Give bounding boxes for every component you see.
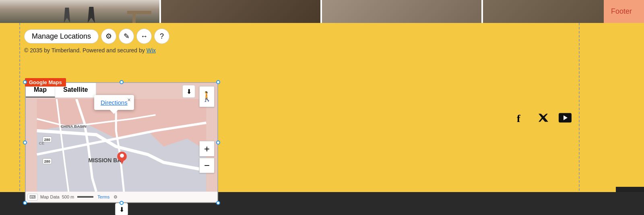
- gear-icon: ⚙: [105, 32, 112, 41]
- handle-tr[interactable]: [216, 80, 220, 84]
- download-icon: ⬇: [186, 88, 192, 95]
- dashed-border-right: [579, 23, 580, 215]
- manage-locations-button[interactable]: Manage Locations: [24, 29, 99, 43]
- svg-text:280: 280: [44, 138, 50, 142]
- map-scale-label: 500 m: [62, 194, 74, 199]
- help-icon: ?: [160, 32, 164, 41]
- image-cell-2: [161, 0, 322, 23]
- facebook-icon[interactable]: f: [517, 112, 528, 126]
- editor-area: Manage Locations ⚙ ✎ ↔ ? © 2035 by Timbe…: [0, 23, 644, 215]
- download-bottom-icon: ⬇: [119, 206, 124, 213]
- footer-tab[interactable]: Footer: [604, 0, 644, 23]
- google-maps-label: Google Maps: [25, 78, 66, 87]
- help-button[interactable]: ?: [154, 29, 169, 44]
- handle-tl[interactable]: [23, 80, 27, 84]
- keyboard-shortcut-button[interactable]: ⌨: [27, 194, 38, 201]
- map-data-label: Map Data: [40, 194, 60, 199]
- resize-icon: ↔: [140, 32, 148, 41]
- svg-text:f: f: [517, 112, 520, 123]
- map-controls: 🚶 + −: [196, 83, 217, 202]
- handle-br[interactable]: [216, 201, 220, 205]
- terms-link[interactable]: Terms: [97, 194, 109, 199]
- zoom-out-button[interactable]: −: [199, 158, 215, 173]
- directions-popup: × Directions: [94, 95, 134, 110]
- street-view-button[interactable]: 🚶: [199, 86, 215, 107]
- image-cell-1: [0, 0, 161, 23]
- map-container[interactable]: Map Satellite × Directions ⬇ 28: [25, 82, 218, 203]
- handle-ml[interactable]: [23, 141, 27, 145]
- handle-bm[interactable]: [120, 201, 124, 205]
- handle-bl[interactable]: [23, 201, 27, 205]
- twitter-icon[interactable]: [538, 112, 549, 126]
- dashed-border-left: [19, 23, 20, 215]
- street-view-icon: 🚶: [201, 91, 213, 102]
- directions-link[interactable]: Directions: [101, 99, 128, 106]
- edit-button[interactable]: ✎: [119, 29, 134, 44]
- zoom-in-button[interactable]: +: [199, 141, 215, 156]
- handle-tm[interactable]: [120, 80, 124, 84]
- svg-text:CHINA BASIN: CHINA BASIN: [61, 124, 87, 128]
- close-popup-button[interactable]: ×: [128, 97, 131, 103]
- handle-mr[interactable]: [216, 141, 220, 145]
- image-strip: Footer: [0, 0, 644, 23]
- image-cell-3: [322, 0, 483, 23]
- map-settings-icon[interactable]: ⚙: [114, 194, 118, 200]
- copyright: © 2035 by Timberland. Powered and secure…: [24, 47, 156, 54]
- map-svg: 280 280 MISSION BAY CHINA BASIN CE: [26, 99, 217, 192]
- wix-link[interactable]: Wix: [147, 47, 156, 54]
- svg-text:280: 280: [44, 159, 50, 163]
- settings-button[interactable]: ⚙: [101, 29, 116, 44]
- map-download-top-button[interactable]: ⬇: [182, 85, 195, 98]
- pencil-icon: ✎: [124, 32, 130, 41]
- scale-bar: [77, 196, 93, 198]
- svg-text:CE: CE: [39, 141, 45, 145]
- svg-point-11: [120, 154, 124, 158]
- resize-button[interactable]: ↔: [136, 29, 152, 44]
- youtube-icon[interactable]: [559, 113, 572, 126]
- social-icons: f: [517, 112, 572, 126]
- toolbar: Manage Locations ⚙ ✎ ↔ ?: [0, 25, 644, 46]
